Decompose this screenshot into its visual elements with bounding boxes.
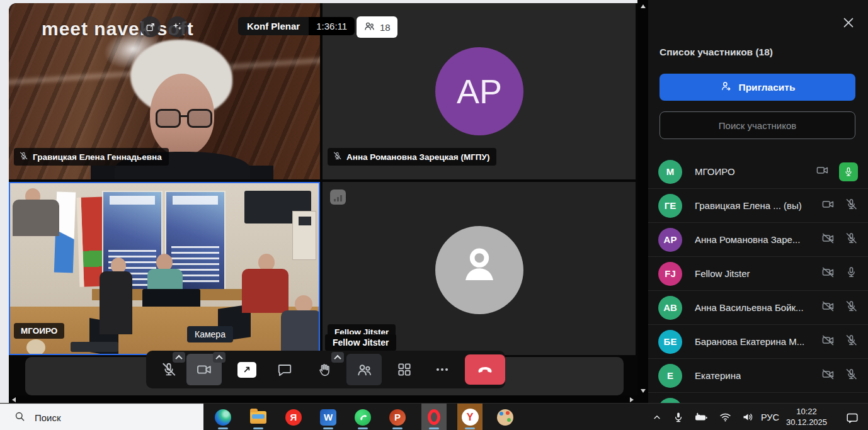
list-item[interactable]: АР Анна Романовна Заре... xyxy=(648,223,868,257)
participant-name: Екатерина xyxy=(695,370,741,381)
list-item-partial[interactable] xyxy=(648,393,868,403)
app-running-indicator xyxy=(465,427,475,429)
room-wall-clock xyxy=(292,211,316,260)
list-item[interactable]: БЕ Баранова Екатерина М... xyxy=(648,325,868,359)
windows-taskbar: Поиск Я W P Y РУС 1 xyxy=(0,403,868,430)
more-actions-button[interactable] xyxy=(427,354,457,385)
chevron-up-icon xyxy=(648,412,666,422)
meeting-info: Konf Plenar 1:36:11 xyxy=(238,17,355,35)
mic-muted-icon xyxy=(845,368,858,383)
participants-button[interactable] xyxy=(346,354,382,385)
taskbar-app-explorer[interactable] xyxy=(246,404,271,430)
yandex-icon: Я xyxy=(285,409,302,426)
tray-mic-button[interactable] xyxy=(669,404,688,430)
participant-count-pill[interactable]: 18 xyxy=(357,16,397,38)
taskbar-app-paint[interactable] xyxy=(493,404,518,430)
hangup-button[interactable] xyxy=(465,354,505,385)
tile-name-label: Гравицкая Елена Геннадьевна xyxy=(14,148,169,166)
avatar: М xyxy=(658,160,682,184)
list-item[interactable]: АВ Анна Васильевна Бойк... xyxy=(648,291,868,325)
video-tile-mgoiro-active[interactable]: МГОИРО xyxy=(9,182,320,355)
tray-battery-button[interactable] xyxy=(692,404,711,430)
list-item[interactable]: М МГОИРО xyxy=(648,155,868,189)
hand-options-chevron[interactable] xyxy=(331,352,344,363)
invite-button[interactable]: Пригласить xyxy=(660,74,855,101)
participant-search-input[interactable] xyxy=(660,111,855,139)
tile-view-button[interactable] xyxy=(389,354,420,385)
mic-muted-icon xyxy=(845,334,858,349)
avatar xyxy=(658,398,682,403)
horizontal-scrollbar[interactable] xyxy=(9,395,637,403)
mic-muted-icon xyxy=(333,151,342,162)
tray-overflow-button[interactable] xyxy=(648,404,666,430)
room-person-head xyxy=(26,339,45,355)
mic-icon xyxy=(669,411,688,424)
participant-name: Анна Романовна Заре... xyxy=(695,234,800,245)
screen-share-icon xyxy=(237,362,256,378)
taskbar-app-opera[interactable] xyxy=(421,404,447,430)
mic-muted-icon xyxy=(845,300,858,315)
list-item[interactable]: ГЕ Гравицкая Елена ... (вы) xyxy=(648,189,868,223)
language-indicator[interactable]: РУС xyxy=(761,404,779,430)
meeting-subject: Konf Plenar xyxy=(238,17,309,35)
camera-on-icon xyxy=(816,164,829,179)
scroll-right-arrow[interactable] xyxy=(630,397,634,402)
camera-off-icon xyxy=(821,368,835,383)
taskbar-app-powerpoint[interactable]: P xyxy=(385,404,410,430)
mic-muted-icon xyxy=(19,151,28,162)
notifications-button[interactable] xyxy=(843,404,862,430)
search-icon xyxy=(14,410,26,425)
list-item[interactable]: Е Екатерина xyxy=(648,359,868,393)
camera-options-chevron[interactable] xyxy=(213,352,226,363)
tile-name-label: МГОИРО xyxy=(14,323,64,339)
taskbar-app-word[interactable]: W xyxy=(316,404,341,430)
clock[interactable]: 10:22 30.12.2025 xyxy=(786,404,827,430)
connection-indicator[interactable] xyxy=(330,190,346,205)
participant-name: Fellow Jitster xyxy=(695,268,750,279)
tray-date: 30.12.2025 xyxy=(786,417,827,428)
participant-name: Гравицкая Елена ... (вы) xyxy=(695,200,802,211)
avatar: FJ xyxy=(658,262,682,286)
app-running-indicator xyxy=(429,427,439,429)
scroll-left-arrow[interactable] xyxy=(12,397,16,402)
scroll-up-arrow[interactable] xyxy=(641,4,646,8)
app-running-indicator xyxy=(218,427,228,429)
close-panel-button[interactable] xyxy=(842,16,855,32)
invite-label: Пригласить xyxy=(739,82,796,93)
room-person-body xyxy=(100,271,132,334)
video-tile-fellow-jitster[interactable]: Fellow Jitster xyxy=(323,182,636,355)
folder-icon xyxy=(250,411,266,424)
tray-volume-button[interactable] xyxy=(738,404,757,430)
effects-button[interactable] xyxy=(167,16,188,37)
scroll-down-arrow[interactable] xyxy=(641,389,646,393)
tray-network-button[interactable] xyxy=(716,404,734,430)
participant-name: Баранова Екатерина М... xyxy=(695,336,804,347)
camera-off-icon xyxy=(821,334,835,349)
mic-muted-icon xyxy=(845,198,858,213)
taskbar-app-yandex-browser[interactable]: Y xyxy=(457,404,483,430)
participant-name: Анна Романовна Зарецкая (МГПУ) xyxy=(346,152,489,162)
fellow-jitster-label: Fellow Jitster xyxy=(325,334,396,351)
screen-share-button[interactable] xyxy=(232,354,262,385)
avatar: АВ xyxy=(658,296,682,320)
taskbar-app-yandex[interactable]: Я xyxy=(281,404,306,430)
participant-name: Гравицкая Елена Геннадьевна xyxy=(33,152,162,162)
app-running-indicator xyxy=(253,427,263,429)
taskbar-search[interactable]: Поиск xyxy=(0,404,203,430)
taskbar-app-whatsapp[interactable] xyxy=(350,404,375,430)
paint-icon xyxy=(497,409,513,426)
people-icon xyxy=(363,20,375,34)
invite-icon xyxy=(720,80,733,95)
camera-off-icon xyxy=(821,266,835,281)
avatar: Е xyxy=(658,364,682,388)
popout-tile-button[interactable] xyxy=(140,16,161,37)
glasses-right xyxy=(187,109,212,128)
avatar: БЕ xyxy=(658,330,682,354)
vertical-scrollbar[interactable] xyxy=(637,0,648,403)
whatsapp-icon xyxy=(355,409,371,426)
chat-button[interactable] xyxy=(270,354,300,385)
mic-options-chevron[interactable] xyxy=(173,352,185,363)
panel-title: Список участников (18) xyxy=(660,47,773,58)
taskbar-app-edge[interactable] xyxy=(210,404,236,430)
list-item[interactable]: FJ Fellow Jitster xyxy=(648,257,868,291)
